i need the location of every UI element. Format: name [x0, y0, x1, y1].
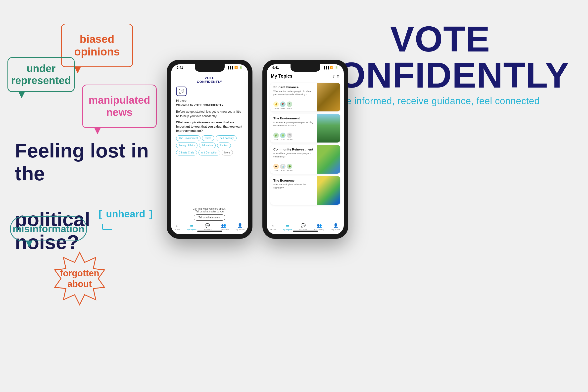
- brand-title-area: VOTE CONFIDENTLY be informed, receive gu…: [311, 21, 570, 106]
- right-panel: VOTE CONFIDENTLY be informed, receive gu…: [164, 0, 588, 392]
- chip-more[interactable]: More: [222, 150, 233, 156]
- nav-home-2[interactable]: ⌂ Home: [270, 223, 276, 230]
- chat-content: 💬 Hi there! Welcome to VOTE CONFIDENTLY …: [176, 86, 243, 158]
- community-icon-2: 👥: [317, 223, 322, 228]
- bubble-underrepresented: underrepresented: [8, 57, 74, 92]
- topic-img-community: [317, 145, 340, 174]
- nav-home-label-2: Home: [270, 228, 276, 230]
- badge-circle-sf-1: 💰: [273, 102, 279, 107]
- nav-topics-label-2: My Topics: [283, 228, 292, 230]
- badge-env-3: 🛡 62.5%: [287, 132, 292, 140]
- chip-anti-corruption[interactable]: Ant-Corruption: [198, 150, 220, 156]
- home-icon-2: ⌂: [272, 223, 274, 228]
- nav-profile-label-2: My Profile: [331, 228, 340, 230]
- my-topics-icons: ? ⚙: [332, 74, 340, 78]
- nav-home-label-1: Home: [174, 228, 180, 230]
- bubble-manipulated-news: manipulatednews: [82, 84, 157, 128]
- wifi-icon: 📶: [234, 66, 238, 69]
- topic-card-environment[interactable]: The Environment How are the parties plan…: [270, 114, 340, 142]
- badge-sf-2: 📚 100%: [280, 102, 286, 110]
- chip-climate[interactable]: Climate Crisis: [176, 150, 197, 156]
- topic-badges-student-finance: 💰 100% 📚 100% £ 100%: [273, 102, 314, 110]
- chip-racism[interactable]: Racism: [217, 142, 231, 148]
- help-icon[interactable]: ?: [332, 74, 334, 78]
- badge-sf-3: £ 100%: [287, 102, 292, 110]
- topic-title-community: Community Reinvestment: [273, 148, 314, 151]
- underrepresented-text: underrepresented: [11, 63, 71, 87]
- nav-assistant-label-1: Assistant: [204, 228, 212, 230]
- badge-pct-comm-3: 17.5%: [287, 170, 292, 172]
- vote-confidently-title: VOTE CONFIDENTLY: [311, 21, 570, 93]
- community-image: [317, 145, 340, 174]
- topic-card-student-finance[interactable]: Student Finance What are the parties goi…: [270, 83, 340, 112]
- status-bar-1: 9:41 ▐▐▐ 📶 🔋: [171, 66, 248, 70]
- badge-pct-sf-2: 100%: [280, 107, 285, 110]
- nav-profile-2[interactable]: 👤 My Profile: [331, 223, 340, 230]
- battery-icon-2: 🔋: [335, 66, 338, 69]
- phone-onboarding: 9:41 ▐▐▐ 📶 🔋 VOTECONFIDENTLY 💬 Hi there!: [167, 60, 252, 239]
- badge-pct-comm-1: 25%: [274, 170, 278, 172]
- topic-badges-community: 🏘 25% 📊 10% 🌳 17.5%: [273, 164, 314, 172]
- tell-us-button[interactable]: Tell us what matters: [194, 214, 225, 220]
- chip-environment[interactable]: The Environment: [176, 135, 200, 141]
- chip-economy[interactable]: The Economy: [216, 135, 236, 141]
- badge-sf-1: 💰 100%: [273, 102, 279, 110]
- nav-home-1[interactable]: ⌂ Home: [174, 223, 180, 230]
- nav-topics-2[interactable]: ☰ My Topics: [283, 223, 292, 230]
- bubble-unheard: [ unheard ]: [97, 204, 154, 224]
- chip-foreign-affairs[interactable]: Foreign Affairs: [176, 142, 198, 148]
- bubble-misinformation: misinformation: [10, 216, 87, 241]
- footer-text: Can find what you care about?Tell us wha…: [171, 208, 248, 213]
- badge-comm-3: 🌳 17.5%: [287, 164, 292, 172]
- badge-comm-1: 🏘 25%: [273, 164, 279, 172]
- phone2-nav: ⌂ Home ☰ My Topics 💬 Assistant 👥 Communi…: [267, 222, 344, 230]
- topic-img-economy: [317, 176, 340, 205]
- wifi-icon-2: 📶: [330, 66, 334, 69]
- nav-community-1[interactable]: 👥 Community: [219, 223, 228, 230]
- chip-crime[interactable]: Crime: [202, 135, 214, 141]
- status-icons-1: ▐▐▐ 📶 🔋: [227, 66, 242, 69]
- badge-circle-env-1: 🌿: [273, 132, 279, 138]
- profile-icon-1: 👤: [238, 223, 242, 228]
- bracket-right: ]: [147, 209, 154, 219]
- bubble-forgotten-about: forgottenabout: [52, 251, 107, 306]
- chat-greeting: Hi there! Welcome to VOTE CONFIDENTLY: [176, 98, 243, 108]
- profile-icon-2: 👤: [333, 223, 338, 228]
- topics-icon-2: ☰: [286, 223, 289, 228]
- topic-desc-community: How will the government support your com…: [273, 152, 314, 162]
- nav-assistant-2[interactable]: 💬 Assistant: [299, 223, 307, 230]
- brand-subtitle: be informed, receive guidance, feel conn…: [311, 96, 570, 106]
- topic-card-community[interactable]: Community Reinvestment How will the gove…: [270, 145, 340, 174]
- assistant-icon-2: 💬: [301, 223, 306, 228]
- phone-topics: 9:41 ▐▐▐ 📶 🔋 My Topics ? ⚙: [262, 60, 348, 239]
- badge-pct-sf-3: 100%: [287, 107, 292, 110]
- assistant-icon-1: 💬: [205, 223, 210, 228]
- nav-profile-label-1: My Profile: [236, 228, 244, 230]
- badge-circle-sf-2: 📚: [280, 102, 286, 107]
- nav-assistant-1[interactable]: 💬 Assistant: [204, 223, 212, 230]
- topic-desc-student-finance: What are the parties going to do about y…: [273, 90, 314, 100]
- topic-info-economy: The Economy What are their plans to bett…: [270, 176, 317, 205]
- topic-card-economy[interactable]: The Economy What are their plans to bett…: [270, 176, 340, 205]
- status-time-1: 9:41: [176, 66, 183, 70]
- badge-circle-sf-3: £: [287, 102, 292, 107]
- topic-desc-economy: What are their plans to better the econo…: [273, 183, 314, 202]
- nav-topics-1[interactable]: ☰ My Topics: [187, 223, 197, 230]
- badge-pct-env-2: 50%: [281, 138, 285, 140]
- phone-onboarding-screen: 9:41 ▐▐▐ 📶 🔋 VOTECONFIDENTLY 💬 Hi there!: [171, 64, 248, 234]
- community-icon-1: 👥: [221, 223, 226, 228]
- topic-chips: The Environment Crime The Economy Foreig…: [176, 135, 243, 156]
- nav-topics-label-1: My Topics: [187, 228, 197, 230]
- left-panel: biasedopinions underrepresented manipula…: [0, 0, 164, 392]
- home-icon-1: ⌂: [176, 223, 178, 228]
- chip-education[interactable]: Education: [199, 142, 216, 148]
- phone1-footer: Can find what you care about?Tell us wha…: [171, 208, 248, 220]
- nav-profile-1[interactable]: 👤 My Profile: [236, 223, 244, 230]
- topic-img-environment: [317, 114, 340, 142]
- my-topics-title: My Topics: [271, 74, 292, 79]
- chat-icon: 💬: [176, 86, 186, 96]
- settings-icon[interactable]: ⚙: [336, 74, 340, 78]
- badge-circle-comm-2: 📊: [280, 164, 286, 169]
- topic-info-environment: The Environment How are the parties plan…: [270, 114, 317, 142]
- nav-community-2[interactable]: 👥 Community: [314, 223, 324, 230]
